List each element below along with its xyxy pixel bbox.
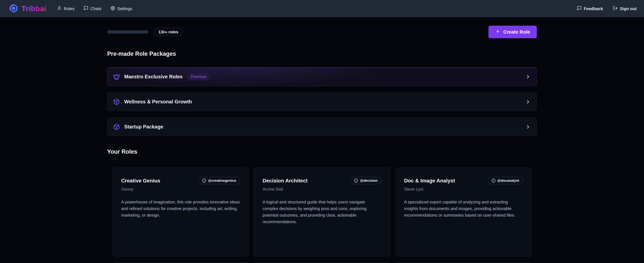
- brand-logo[interactable]: Tribbai: [9, 4, 46, 14]
- nav-label-settings: Settings: [117, 6, 132, 11]
- role-cards-grid-next-row: [107, 262, 537, 263]
- role-card[interactable]: [395, 262, 532, 263]
- nav-label-chats: Chats: [90, 6, 102, 11]
- nav-item-settings[interactable]: Settings: [110, 6, 132, 12]
- info-icon: [202, 179, 206, 183]
- nav-item-chats[interactable]: Chats: [84, 6, 102, 12]
- package-icon: [113, 98, 120, 105]
- gear-icon: [110, 6, 115, 12]
- role-subtitle: Archie Doit: [262, 187, 381, 192]
- user-icon: [57, 6, 62, 12]
- roles-count-badge: 13/∞ roles: [154, 28, 183, 36]
- feedback-label: Feedback: [584, 6, 603, 11]
- package-name: Wellness & Personal Growth: [124, 99, 192, 105]
- brand-name: Tribbai: [22, 4, 46, 13]
- role-subtitle: Genny: [121, 187, 240, 192]
- packages-section-title: Pre-made Role Packages: [107, 50, 537, 57]
- your-roles-section-title: Your Roles: [107, 148, 537, 155]
- sign-out-label: Sign out: [620, 6, 636, 11]
- info-icon: [491, 179, 496, 183]
- role-card-doc-image-analyst[interactable]: Doc & Image Analyst @docanalyst Steve Ly…: [395, 167, 532, 257]
- role-card-creative-genius[interactable]: Creative Genius @creativegenius Genny A …: [112, 167, 249, 257]
- role-card[interactable]: [112, 262, 249, 263]
- role-card[interactable]: [254, 262, 390, 263]
- role-subtitle: Steve Lyst: [404, 187, 523, 192]
- package-list: Maestro Exclusive Roles Premium Wellness…: [107, 67, 537, 136]
- card-header: Creative Genius @creativegenius: [121, 177, 240, 184]
- sign-out-button[interactable]: Sign out: [613, 6, 636, 12]
- create-role-label: Create Role: [503, 29, 530, 35]
- roles-progress-bar: [107, 30, 148, 33]
- role-title: Creative Genius: [121, 178, 160, 184]
- package-row-wellness[interactable]: Wellness & Personal Growth: [107, 92, 537, 111]
- role-description: A specialized expert capable of analyzin…: [404, 199, 523, 219]
- card-header: Doc & Image Analyst @docanalyst: [404, 177, 523, 184]
- main-content: 13/∞ roles Create Role Pre-made Role Pac…: [107, 26, 537, 263]
- feedback-button[interactable]: Feedback: [577, 6, 603, 12]
- premium-badge: Premium: [187, 73, 210, 80]
- chat-bubble-icon: [84, 6, 88, 12]
- brand-logo-icon: [9, 4, 18, 14]
- card-header: Decision Architect @decision: [262, 177, 381, 184]
- role-card-decision-architect[interactable]: Decision Architect @decision Archie Doit…: [254, 167, 390, 257]
- plus-icon: [495, 29, 500, 35]
- package-icon: [113, 123, 120, 130]
- role-handle-badge[interactable]: @docanalyst: [488, 177, 523, 184]
- chat-bubble-icon: [577, 6, 582, 12]
- role-description: A powerhouse of imagination, this role p…: [121, 199, 240, 219]
- package-name: Startup Package: [124, 124, 163, 130]
- sign-out-icon: [613, 6, 618, 12]
- role-title: Decision Architect: [262, 178, 308, 184]
- primary-nav: Roles Chats Settings: [57, 6, 132, 12]
- chevron-right-icon: [525, 124, 531, 130]
- role-handle: @decision: [360, 179, 378, 183]
- chevron-right-icon: [525, 99, 531, 105]
- crown-icon: [113, 73, 120, 80]
- role-cards-grid: Creative Genius @creativegenius Genny A …: [107, 167, 537, 257]
- nav-item-roles[interactable]: Roles: [57, 6, 74, 12]
- role-description: A logical and structured guide that help…: [262, 199, 381, 225]
- roles-toolbar: 13/∞ roles Create Role: [107, 26, 537, 38]
- role-handle-badge[interactable]: @decision: [350, 177, 382, 184]
- role-title: Doc & Image Analyst: [404, 178, 455, 184]
- package-name: Maestro Exclusive Roles: [124, 74, 183, 80]
- nav-label-roles: Roles: [64, 6, 74, 11]
- chevron-right-icon: [525, 74, 531, 80]
- role-handle: @creativegenius: [208, 179, 236, 183]
- info-icon: [354, 179, 358, 183]
- package-row-startup[interactable]: Startup Package: [107, 118, 537, 136]
- package-row-maestro[interactable]: Maestro Exclusive Roles Premium: [107, 67, 537, 86]
- role-handle: @docanalyst: [497, 179, 519, 183]
- role-handle-badge[interactable]: @creativegenius: [198, 177, 240, 184]
- top-navbar: Tribbai Roles Chats S: [0, 0, 644, 17]
- create-role-button[interactable]: Create Role: [488, 26, 537, 38]
- secondary-nav: Feedback Sign out: [577, 6, 636, 12]
